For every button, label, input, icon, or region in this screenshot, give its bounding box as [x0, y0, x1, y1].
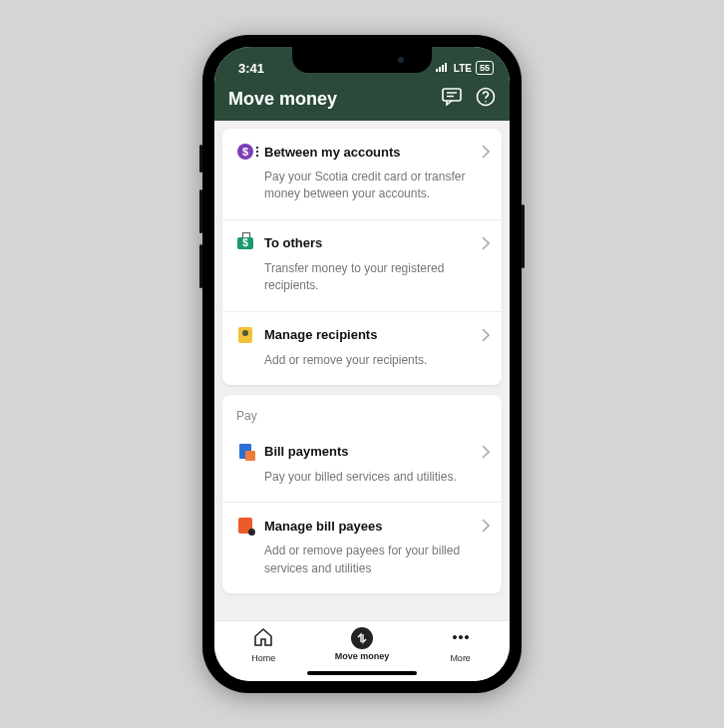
svg-point-9: [453, 635, 456, 638]
chevron-right-icon: [482, 445, 490, 463]
row-title: Manage bill payees: [264, 519, 383, 534]
tab-label: Move money: [335, 651, 390, 661]
svg-point-8: [485, 101, 487, 103]
phone-frame: 3:41 LTE 55 Move money: [202, 35, 522, 693]
signal-icon: [436, 62, 450, 74]
svg-point-10: [459, 635, 462, 638]
chat-icon[interactable]: [442, 88, 462, 110]
tab-home[interactable]: Home: [223, 627, 303, 663]
chevron-right-icon: [482, 519, 490, 537]
side-button: [522, 204, 525, 268]
content-area: $ Between my accounts Pay your Scotia cr…: [214, 121, 510, 620]
row-to-others[interactable]: $ To others Transfer money to your regis…: [222, 220, 502, 312]
chevron-right-icon: [482, 236, 490, 254]
side-button: [199, 244, 202, 288]
manage-payees-icon: [236, 517, 254, 535]
row-desc: Pay your Scotia credit card or transfer …: [264, 169, 488, 203]
svg-rect-0: [436, 69, 438, 72]
network-label: LTE: [454, 63, 472, 74]
section-label-pay: Pay: [222, 395, 502, 429]
home-indicator[interactable]: [307, 671, 417, 675]
page-title: Move money: [228, 89, 337, 110]
help-icon[interactable]: [476, 87, 496, 111]
row-title: Bill payments: [264, 444, 349, 459]
svg-rect-4: [443, 89, 461, 101]
chevron-right-icon: [482, 328, 490, 346]
row-title: To others: [264, 235, 322, 250]
svg-point-11: [465, 635, 468, 638]
row-desc: Transfer money to your registered recipi…: [264, 260, 488, 295]
home-icon: [252, 627, 274, 651]
device-notch: [292, 47, 432, 73]
tab-label: More: [450, 653, 471, 663]
manage-recipients-icon: [236, 326, 254, 344]
row-title: Manage recipients: [264, 327, 377, 342]
tab-move-money[interactable]: Move money: [322, 627, 402, 661]
bill-payments-icon: [236, 443, 254, 461]
between-accounts-icon: $: [236, 143, 254, 161]
status-time: 3:41: [228, 61, 264, 76]
side-button: [199, 189, 202, 233]
row-desc: Pay your billed services and utilities.: [264, 469, 488, 486]
svg-rect-1: [439, 67, 441, 72]
more-icon: [450, 627, 472, 651]
row-manage-payees[interactable]: Manage bill payees Add or remove payees …: [222, 503, 502, 593]
row-desc: Add or remove your recipients.: [264, 352, 488, 369]
row-title: Between my accounts: [264, 145, 401, 160]
tab-label: Home: [251, 653, 275, 663]
row-desc: Add or remove payees for your billed ser…: [264, 543, 488, 577]
tab-more[interactable]: More: [421, 627, 501, 663]
svg-rect-2: [442, 65, 444, 72]
svg-rect-3: [445, 63, 447, 72]
move-money-icon: [351, 627, 373, 649]
side-button: [199, 145, 202, 173]
to-others-icon: $: [236, 234, 254, 252]
row-manage-recipients[interactable]: Manage recipients Add or remove your rec…: [222, 312, 502, 385]
pay-card: Pay Bill payments Pay your billed servic…: [222, 395, 502, 593]
battery-indicator: 55: [476, 61, 494, 75]
row-bill-payments[interactable]: Bill payments Pay your billed services a…: [222, 429, 502, 503]
row-between-accounts[interactable]: $ Between my accounts Pay your Scotia cr…: [222, 129, 502, 220]
transfer-card: $ Between my accounts Pay your Scotia cr…: [222, 129, 502, 385]
chevron-right-icon: [482, 145, 490, 163]
